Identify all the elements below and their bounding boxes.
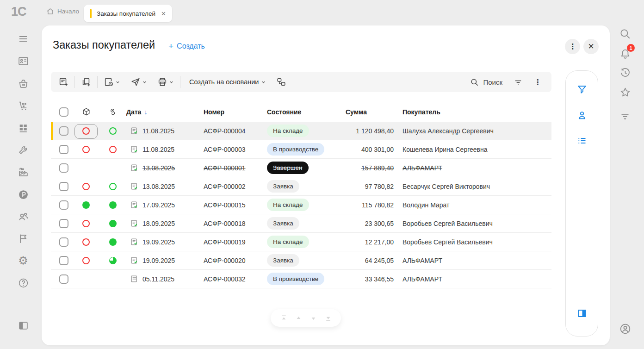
column-date-label: Дата	[126, 108, 141, 116]
home-button[interactable]: Начало	[46, 0, 79, 22]
row-checkbox[interactable]	[59, 145, 68, 154]
document-period-button[interactable]	[104, 77, 120, 87]
tab-close-icon[interactable]: ✕	[161, 11, 166, 17]
kebab-icon: ⋮	[569, 42, 576, 51]
search-icon	[619, 28, 631, 40]
row-checkbox[interactable]	[59, 163, 68, 173]
document-posted-icon	[130, 219, 138, 227]
section-warehouse-button[interactable]	[16, 121, 30, 135]
order-buyer: Шалуха Александр Сергеевич	[402, 122, 494, 140]
notifications-button[interactable]: 1	[619, 47, 632, 60]
order-row[interactable]: 17.09.2025АСФР-000015На складе115 780,82…	[51, 196, 551, 214]
section-crm-button[interactable]	[16, 54, 30, 68]
order-row[interactable]: 13.08.2025АСФР-000002Заявка97 780,82Беса…	[51, 177, 551, 196]
star-icon	[619, 87, 631, 98]
status-pill: Заявка	[267, 254, 299, 267]
order-number: АСФР-000019	[204, 233, 246, 251]
document-posted-icon	[130, 256, 138, 264]
payment-status-indicator	[109, 220, 117, 227]
filter-panel-toggle-button[interactable]	[576, 307, 588, 320]
column-date[interactable]: Дата↓	[126, 103, 147, 121]
create-button[interactable]: + Создать	[168, 41, 205, 51]
search-button[interactable]: Поиск	[470, 78, 502, 87]
order-number: АСФР-000020	[204, 251, 246, 269]
column-payment[interactable]	[104, 103, 122, 121]
panel-collapse-button[interactable]	[619, 110, 632, 123]
card-more-button[interactable]: ⋮	[565, 39, 580, 54]
history-button[interactable]	[619, 66, 632, 79]
menu-icon	[18, 33, 29, 44]
copy-document-button[interactable]	[81, 77, 91, 87]
section-production-button[interactable]	[16, 165, 30, 179]
order-buyer: Воробьев Сергей Васильевич	[402, 233, 493, 251]
create-document-button[interactable]	[58, 77, 68, 87]
column-shipment[interactable]	[77, 103, 95, 121]
menu-button[interactable]	[16, 32, 30, 46]
order-row[interactable]: 18.09.2025АСФР-000018Заявка23 300,65Воро…	[51, 214, 551, 233]
row-checkbox[interactable]	[59, 256, 68, 265]
order-sum: 23 300,65	[310, 214, 394, 232]
print-button[interactable]	[157, 77, 174, 87]
order-row[interactable]: 05.11.2025АСФР-000032В производстве33 34…	[51, 270, 551, 288]
row-checkbox[interactable]	[59, 274, 68, 284]
order-row[interactable]: 13.08.2025АСФР-000001Завершен157 889,40А…	[51, 159, 551, 177]
sidebar-collapse-button[interactable]	[16, 318, 30, 332]
column-status[interactable]: Состояние	[267, 103, 301, 121]
related-documents-button[interactable]	[276, 77, 286, 87]
coins-icon	[109, 108, 117, 116]
section-purchases-button[interactable]	[16, 99, 30, 112]
order-date: 17.09.2025	[142, 201, 175, 209]
send-button[interactable]	[130, 77, 147, 87]
section-staff-button[interactable]	[16, 210, 30, 224]
section-company-button[interactable]	[16, 231, 30, 245]
order-row[interactable]: 19.09.2025АСФР-000019На складе12 217,00В…	[51, 233, 551, 251]
order-date: 13.08.2025	[142, 183, 175, 190]
column-buyer[interactable]: Покупатель	[402, 103, 440, 121]
select-all-checkbox[interactable]	[59, 103, 68, 121]
status-pill: На складе	[267, 125, 309, 137]
section-services-button[interactable]	[16, 143, 30, 156]
scroll-bottom-button[interactable]	[324, 314, 332, 322]
settings-button[interactable]: ⚙	[16, 254, 30, 268]
card-close-button[interactable]: ✕	[583, 39, 599, 54]
row-checkbox[interactable]	[59, 182, 68, 191]
create-based-on-button[interactable]: Создать на основании	[186, 78, 266, 86]
filter-list-button[interactable]	[514, 77, 523, 87]
list-more-button[interactable]: ⋮	[534, 78, 541, 87]
help-icon	[18, 277, 29, 289]
column-sum[interactable]: Сумма	[346, 103, 367, 121]
section-money-button[interactable]	[16, 187, 30, 201]
responsible-filter-button[interactable]	[576, 109, 588, 122]
row-checkbox[interactable]	[59, 126, 68, 136]
status-pill: На складе	[267, 236, 309, 248]
row-checkbox[interactable]	[59, 200, 68, 210]
order-row[interactable]: 19.09.2025АСФР-000020Заявка64 245,05АЛЬФ…	[51, 251, 551, 270]
help-button[interactable]	[16, 276, 30, 290]
toolbar-separator	[97, 76, 98, 88]
create-document-icon	[58, 77, 68, 87]
history-icon	[619, 67, 631, 79]
filter-button[interactable]	[576, 83, 588, 96]
scroll-top-button[interactable]	[280, 314, 288, 322]
list-scroll-nav	[271, 309, 341, 327]
row-checkbox[interactable]	[59, 237, 68, 247]
list-settings-button[interactable]	[576, 134, 588, 147]
app-logo-text: 1С	[11, 5, 26, 19]
order-row[interactable]: 11.08.2025АСФР-000003В производстве400 3…	[51, 140, 551, 159]
scroll-down-button[interactable]	[310, 314, 317, 322]
app-root: { "icons": { "kebab": "⋮", "close": "✕",…	[0, 0, 644, 349]
order-row[interactable]: 11.08.2025АСФР-000004На складе1 120 498,…	[51, 122, 551, 140]
section-sales-button[interactable]	[16, 76, 30, 90]
row-checkbox[interactable]	[59, 219, 68, 228]
account-button[interactable]	[619, 322, 632, 335]
favorites-button[interactable]	[619, 86, 632, 99]
scroll-up-button[interactable]	[295, 314, 303, 322]
create-based-on-label: Создать на основании	[189, 78, 259, 86]
tab-customer-orders[interactable]: Заказы покупателей ✕	[84, 5, 172, 22]
order-date: 19.09.2025	[142, 257, 175, 264]
column-number[interactable]: Номер	[204, 103, 224, 121]
chevron-down-icon	[115, 80, 120, 85]
global-search-button[interactable]	[619, 27, 632, 40]
package-icon	[82, 107, 91, 116]
order-number: АСФР-000002	[204, 177, 246, 195]
